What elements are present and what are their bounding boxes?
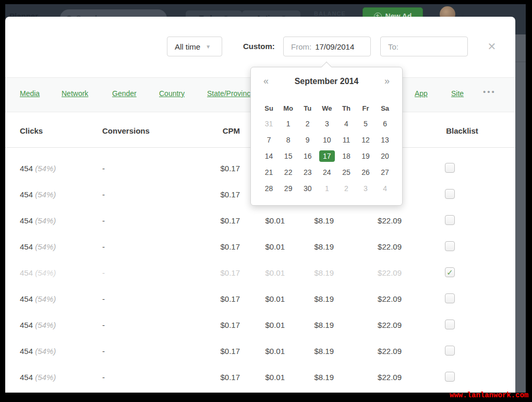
chevron-down-icon: ▼ [205,44,211,50]
day-cell[interactable]: 14 [259,148,279,164]
cell-col4: $0.01 [238,373,285,382]
weekday-label: Su [259,101,279,115]
cell-clicks: 454 (54%) [20,216,56,225]
cell-clicks: 454 (54%) [20,347,56,356]
cell-conversions: - [102,242,105,251]
day-cell[interactable]: 15 [279,148,298,164]
cell-clicks: 454 (54%) [20,294,56,303]
table-row: 454 (54%)-$0.17$0.01$8.19$22.09 [5,364,515,390]
day-cell[interactable]: 5 [356,115,375,132]
next-month-icon[interactable]: » [384,76,390,87]
cell-col6: $22.09 [344,294,402,303]
dimension-tab-app[interactable]: App [415,89,428,98]
cell-clicks: 454 (54%) [20,164,56,173]
day-cell[interactable]: 29 [279,180,298,196]
cell-clicks: 454 (54%) [20,373,56,382]
dimension-tab-media[interactable]: Media [20,89,40,98]
dimension-tab-state-province[interactable]: State/Province [207,89,255,98]
blacklist-checkbox[interactable] [445,163,455,173]
more-menu-icon[interactable]: ••• [483,87,496,96]
blacklist-checkbox[interactable] [445,320,455,329]
day-cell-selected[interactable]: 17 [317,148,336,164]
blacklist-checkbox[interactable] [445,346,455,356]
cell-col4: $0.01 [238,268,285,277]
weekday-label: Tu [298,101,317,115]
day-cell[interactable]: 22 [279,164,298,180]
day-cell[interactable]: 24 [317,164,336,180]
day-cell[interactable]: 31 [259,115,279,132]
col-header-blacklist: Blacklist [433,126,491,135]
table-row: 454 (54%)-$0.17$0.01$8.19$22.09 [5,338,515,364]
cell-col6: $22.09 [344,268,402,277]
col-header-cpm: CPM [188,126,240,135]
dimension-tab-network[interactable]: Network [62,89,88,98]
cell-conversions: - [102,268,105,277]
day-cell[interactable]: 11 [336,132,356,148]
day-cell[interactable]: 4 [336,115,356,132]
day-cell[interactable]: 20 [376,148,395,164]
day-cell[interactable]: 26 [356,164,375,180]
cell-cpm: $0.17 [188,190,240,199]
blacklist-checkbox[interactable] [445,372,455,382]
cell-cpm: $0.17 [188,164,240,173]
day-cell[interactable]: 28 [259,180,279,196]
day-cell[interactable]: 25 [336,164,356,180]
day-cell[interactable]: 4 [376,180,395,196]
day-cell[interactable]: 3 [317,115,336,132]
day-cell[interactable]: 16 [298,148,317,164]
dimension-tab-gender[interactable]: Gender [112,89,137,98]
dimension-tab-site[interactable]: Site [451,89,464,98]
day-cell[interactable]: 21 [259,164,279,180]
day-cell[interactable]: 3 [356,180,375,196]
cell-col6: $22.09 [344,321,402,329]
from-date-input[interactable]: From: 17/09/2014 [283,37,371,56]
blacklist-checkbox[interactable] [445,215,455,225]
cell-col6: $22.09 [344,373,402,382]
dimension-tab-country[interactable]: Country [159,89,185,98]
cell-clicks: 454 (54%) [20,190,56,199]
day-cell[interactable]: 12 [356,132,375,148]
day-cell[interactable]: 7 [259,132,279,148]
day-cell[interactable]: 9 [298,132,317,148]
date-range-select[interactable]: All time ▼ [167,37,222,56]
cell-clicks: 454 (54%) [20,321,56,329]
day-cell[interactable]: 23 [298,164,317,180]
watermark: www.lanlanwork.com [450,391,532,399]
day-cell[interactable]: 1 [317,180,336,196]
day-cell[interactable]: 19 [356,148,375,164]
blacklist-checkbox[interactable] [445,189,455,199]
weekday-label: We [317,101,336,115]
cell-conversions: - [102,373,105,382]
cell-col5: $8.19 [287,373,334,382]
blacklist-checkbox-checked[interactable]: ✓ [445,267,455,277]
cell-col4: $0.01 [238,321,285,329]
cell-col4: $0.01 [238,347,285,356]
day-cell[interactable]: 18 [336,148,356,164]
day-cell[interactable]: 13 [376,132,395,148]
day-cell[interactable]: 30 [298,180,317,196]
cell-conversions: - [102,190,105,199]
day-cell[interactable]: 2 [336,180,356,196]
cell-clicks: 454 (54%) [20,242,56,251]
close-icon[interactable]: ✕ [485,40,499,53]
cell-col5: $8.19 [287,242,334,251]
day-cell[interactable]: 1 [279,115,298,132]
blacklist-checkbox[interactable] [445,241,455,251]
col-header-clicks: Clicks [20,126,43,135]
day-cell[interactable]: 10 [317,132,336,148]
day-cell[interactable]: 27 [376,164,395,180]
cell-conversions: - [102,347,105,356]
cell-conversions: - [102,216,105,225]
cell-cpm: $0.17 [188,373,240,382]
day-cell[interactable]: 8 [279,132,298,148]
screen: Planner Search Today ▼ Active ▼ BALANCE … [0,0,532,402]
custom-label: Custom: [243,42,275,51]
blacklist-checkbox[interactable] [445,293,455,303]
day-cell[interactable]: 6 [376,115,395,132]
day-cell[interactable]: 2 [298,115,317,132]
table-row: 454 (54%)-$0.17$0.01$8.19$22.09 [5,312,515,338]
to-date-input[interactable]: To: [380,37,468,56]
weekday-label: Th [336,101,356,115]
cell-cpm: $0.17 [188,268,240,277]
cell-col5: $8.19 [287,268,334,277]
